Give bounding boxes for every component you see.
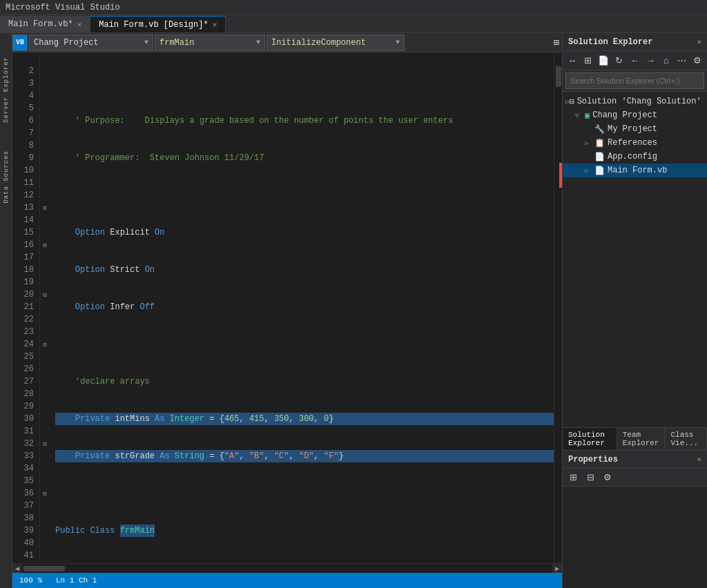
main-layout: Server Explorer Data Sources VB Chang Pr… [0,33,707,588]
se-tabs: Solution Explorer Team Explorer Class Vi… [563,427,707,450]
se-tab-class-view[interactable]: Class Vie... [665,428,707,450]
expand-icon[interactable]: ⊞ [554,37,559,48]
back-button[interactable]: ← [628,53,642,68]
collapse-icons: ⊟ ⊟ ⊟ ⊟ ⊟ [40,52,50,563]
collapse-button[interactable]: ⊟ [40,487,50,500]
tree-project[interactable]: ▽ ▣ Chang Project [563,108,707,122]
references-icon: 📋 [594,138,605,148]
se-tree: ▷ ⊟ Solution 'Chang Solution' (1 project… [563,92,707,427]
tree-solution[interactable]: ▷ ⊟ Solution 'Chang Solution' (1 project… [563,95,707,108]
expand-icon[interactable]: ▷ [585,167,594,175]
se-search-wrapper [563,70,707,92]
prop-alphabetical-btn[interactable]: ⊟ [583,470,598,485]
project-label: Chang Project [592,110,657,120]
code-line: Option Infer Off [55,301,554,313]
my-project-label: My Project [608,124,657,134]
se-search-input[interactable] [565,72,704,89]
method-label: InitializeComponent [271,38,366,48]
prop-toolbar: ⊞ ⊟ ⚙ [563,469,707,487]
close-icon[interactable]: ✕ [77,20,82,29]
properties-content [563,487,707,588]
code-line: Option Explicit On [55,226,554,239]
expand-icon[interactable]: ▽ [575,112,585,119]
close-properties-icon[interactable]: ✕ [697,455,701,464]
expand-icon [585,126,594,133]
settings-button[interactable]: ⚙ [690,53,704,68]
solution-label: Solution 'Chang Solution' (1 project) [577,97,707,106]
prop-pages-btn[interactable]: ⚙ [600,470,615,485]
se-toolbar: ↔ ⊞ 📄 ↻ ← → ⌂ ⋯ ⚙ [563,51,707,70]
prop-categorized-btn[interactable]: ⊞ [565,470,581,485]
scroll-right-btn[interactable]: ▶ [552,564,562,574]
properties-header: Properties ✕ [563,451,707,469]
code-line: Private strGrade As String = {"A", "B", … [55,450,554,462]
class-dropdown[interactable]: frmMain ▼ [155,35,265,51]
code-line [55,562,554,563]
tree-app-config[interactable]: 📄 App.config [563,150,707,164]
zoom-level: 100 % [19,576,42,585]
file-icon: 📄 [594,152,605,162]
se-tab-solution-explorer[interactable]: Solution Explorer [563,428,617,450]
project-icon: ▣ [585,110,590,121]
collapse-button[interactable]: ⊟ [40,338,50,351]
title-text: Microsoft Visual Studio [6,3,120,12]
tab-mainform-design[interactable]: Main Form.vb [Design]* ✕ [90,16,226,32]
right-panel: Solution Explorer ✕ ↔ ⊞ 📄 ↻ ← → ⌂ ⋯ ⚙ ▷ … [562,33,707,588]
collapse-button[interactable]: ⊟ [40,202,50,214]
properties-button[interactable]: ⊞ [581,53,595,68]
tab-bar: Main Form.vb* ✕ Main Form.vb [Design]* ✕ [0,15,707,33]
tree-references[interactable]: ▷ 📋 References [563,136,707,150]
folder-icon: 🔧 [594,124,605,135]
code-line: Private intMins As Integer = {465, 415, … [55,413,554,425]
expand-icon [585,153,594,160]
solution-icon: ⊟ [569,97,574,107]
line-numbers: 2 3 4 5 6 7 8 9 10 11 12 13 14 15 16 17 … [12,52,40,563]
home-button[interactable]: ⌂ [659,53,673,68]
more-button[interactable]: ⋯ [675,53,689,68]
references-label: References [608,138,657,148]
editor-area: VB Chang Project ▼ frmMain ▼ InitializeC… [12,33,562,588]
se-tab-team-explorer[interactable]: Team Explorer [617,428,666,450]
code-line [55,189,554,202]
app-config-label: App.config [608,152,657,161]
dropdown-arrow-icon: ▼ [396,39,400,46]
method-dropdown[interactable]: InitializeComponent ▼ [267,35,405,51]
cursor-position: Ln 1 Ch 1 [56,576,97,585]
code-line [55,77,554,90]
close-icon[interactable]: ✕ [213,20,217,29]
code-container: 2 3 4 5 6 7 8 9 10 11 12 13 14 15 16 17 … [12,52,562,563]
vb-tag: VB [12,35,28,51]
expand-icon[interactable]: ▷ [585,139,594,147]
code-line: Option Strict On [55,264,554,276]
scroll-left-btn[interactable]: ◀ [12,564,22,574]
forward-button[interactable]: → [643,53,657,68]
status-bar: 100 % Ln 1 Ch 1 [12,573,562,588]
sync-button[interactable]: ↔ [565,53,579,68]
tree-main-form[interactable]: ▷ 📄 Main Form.vb [563,164,707,177]
vertical-scrollbar[interactable] [554,52,562,563]
title-bar: Microsoft Visual Studio [0,0,707,15]
tree-my-project[interactable]: 🔧 My Project [563,122,707,136]
left-strip: Server Explorer Data Sources [0,33,12,588]
refresh-button[interactable]: ↻ [612,53,626,68]
code-content[interactable]: ' Purpose: Displays a grade based on the… [50,52,554,563]
code-line: ' Purpose: Displays a grade based on the… [55,115,554,127]
tab-mainform-vb[interactable]: Main Form.vb* ✕ [0,16,90,32]
collapse-button[interactable]: ⊟ [40,438,50,450]
server-explorer-label[interactable]: Server Explorer [3,57,10,123]
show-all-button[interactable]: 📄 [597,53,610,68]
code-line: Public Class frmMain [55,525,554,537]
close-se-icon[interactable]: ✕ [697,37,701,46]
properties-panel: Properties ✕ ⊞ ⊟ ⚙ [563,450,707,588]
dropdown-arrow-icon: ▼ [256,39,260,46]
collapse-button[interactable]: ⊟ [40,288,50,301]
code-line: 'declare arrays [55,375,554,388]
data-sources-label[interactable]: Data Sources [3,150,10,204]
frmMain-label: frmMain [159,38,194,48]
collapse-button[interactable]: ⊟ [40,239,50,251]
code-line [55,487,554,500]
project-dropdown[interactable]: Chang Project ▼ [29,35,153,51]
dropdown-arrow-icon: ▼ [144,39,148,46]
code-line [55,338,554,351]
horizontal-scrollbar[interactable]: ◀ ▶ [12,563,562,573]
